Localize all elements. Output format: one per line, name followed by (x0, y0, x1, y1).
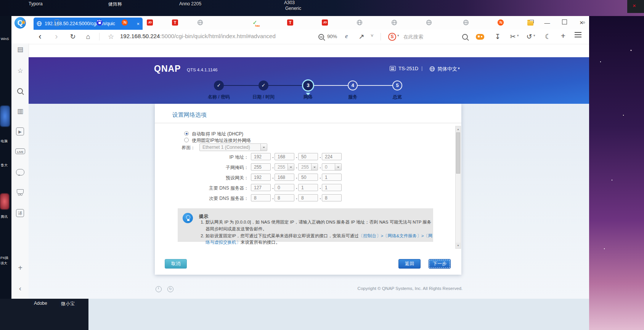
star-icon: ★ (21, 19, 27, 26)
menu-icon[interactable] (575, 34, 581, 35)
octet-input[interactable]: 1 (298, 184, 318, 191)
bookmarks-overflow-icon[interactable]: » (582, 19, 585, 25)
ie-mode-icon[interactable]: e (345, 32, 348, 40)
collapse-sidebar-icon[interactable]: ‹ (16, 284, 25, 293)
desktop-icon-label[interactable]: Adobe (32, 300, 49, 306)
caret-down-icon[interactable]: ▾ (533, 34, 535, 37)
favorites-icon[interactable]: ☆ (16, 66, 25, 76)
scrollbar-thumb[interactable] (456, 132, 460, 174)
octet-select[interactable]: 255 (275, 163, 294, 171)
add-sidebar-icon[interactable]: + (16, 263, 25, 272)
add-icon[interactable]: + (558, 31, 568, 41)
desktop-icon-label[interactable]: 微小宝 (59, 300, 77, 307)
minimize-button[interactable]: — (543, 19, 551, 27)
translate-icon[interactable]: 译 (16, 209, 24, 217)
url-host: 192.168.50.224 (120, 33, 160, 39)
cart-icon[interactable] (16, 188, 25, 197)
feed-icon[interactable]: ▤ (16, 45, 25, 54)
restart-icon[interactable]: ↻ (167, 286, 173, 292)
interface-select[interactable]: Ethernet 1 (Connected) (199, 143, 267, 151)
caret-down-icon[interactable]: ▾ (458, 66, 460, 70)
jd-favicon: JD (322, 19, 328, 26)
octet-input[interactable]: 255 (251, 163, 271, 171)
octet-input[interactable]: 50 (298, 153, 318, 160)
octet-input[interactable]: 168 (275, 174, 294, 181)
desktop-icon-label: PX插 (0, 256, 8, 261)
caret-down-icon[interactable]: ▾ (517, 34, 519, 37)
desktop-icon-label[interactable]: Typora (29, 1, 43, 6)
screenshot-scissors-icon[interactable]: ✂ (508, 32, 518, 42)
home-icon[interactable]: ⌂ (83, 32, 93, 42)
search-icon[interactable] (462, 34, 468, 40)
search-box-placeholder[interactable]: 在此搜索 (403, 34, 423, 40)
dhcp-radio-label[interactable]: 自动取得 IP 地址 (DHCP) (192, 131, 243, 137)
static-ip-radio-label[interactable]: 使用固定IP地址连接对外网络 (192, 137, 251, 144)
octet-input[interactable]: 192 (251, 153, 271, 160)
divider: | (421, 65, 422, 71)
share-icon[interactable]: ↗ (357, 32, 366, 42)
dhcp-radio[interactable] (184, 131, 189, 136)
reload-icon[interactable]: ↻ (68, 32, 78, 42)
scroll-down-button[interactable]: ▼ (456, 243, 461, 248)
address-bar[interactable]: 192.168.50.224:5000/cgi-bin/quick/html/i… (120, 33, 311, 39)
octet-select[interactable]: 255 (298, 163, 318, 171)
bookmark-star-icon[interactable]: ☆ (106, 32, 116, 42)
octet-input[interactable]: 127 (251, 184, 271, 191)
tip-item: 默认网关 IP 为 [0.0.0.0]，如 NAS 使用固定 IP，请输入正确的… (206, 219, 434, 233)
back-button[interactable]: 返回 (398, 259, 421, 269)
dot-separator: . (295, 185, 298, 190)
zoom-out-icon[interactable] (318, 34, 324, 40)
caret-down-icon[interactable]: ▾ (397, 34, 399, 37)
hao123-favicon: ✓hao (252, 19, 259, 26)
step-5-circle: 5 (392, 80, 402, 90)
octet-input[interactable]: 224 (322, 153, 342, 160)
folder-icon (527, 21, 533, 26)
tip-item: 如欲设置固定IP，您可通过下拉式菜单来选择欲立即设置的接口，安装后可通过〔控制台… (206, 233, 434, 246)
octet-input[interactable]: 8 (322, 194, 342, 201)
messages-icon[interactable] (16, 168, 25, 177)
forward-icon[interactable]: › (51, 32, 61, 42)
octet-input[interactable]: 8 (251, 194, 271, 201)
desktop-icon-label: 鲁大 (1, 163, 8, 168)
desktop-icon-label: 强大 (0, 261, 7, 266)
live-icon[interactable]: LIVE (15, 148, 25, 154)
cancel-button[interactable]: 取消 (165, 259, 187, 269)
scroll-up-button[interactable]: ▲ (456, 126, 461, 132)
desktop-icon-label[interactable]: 健阵释 (108, 1, 122, 8)
undo-icon[interactable]: ↺ (524, 32, 534, 42)
sogou-search-icon[interactable]: S (388, 33, 396, 41)
next-button[interactable]: 下一步 (429, 259, 451, 269)
zoom-level[interactable]: 90% (327, 34, 337, 39)
download-icon[interactable]: ↧ (493, 32, 503, 42)
octet-input[interactable]: 1 (322, 184, 342, 191)
desktop-icon[interactable] (0, 106, 10, 127)
game-center-icon[interactable] (476, 34, 484, 40)
static-ip-radio[interactable] (184, 138, 189, 142)
octet-input[interactable]: 0 (275, 184, 294, 191)
desktop-icon[interactable] (0, 193, 9, 209)
night-mode-icon[interactable]: ☾ (543, 32, 553, 42)
octet-input[interactable]: 50 (298, 174, 318, 181)
octet-input[interactable]: 192 (251, 174, 271, 181)
video-icon[interactable]: ▶ (16, 127, 24, 135)
language-selector[interactable]: 简体中文 (437, 66, 457, 72)
power-icon[interactable] (156, 286, 162, 292)
desktop-icon-label[interactable]: A303 (284, 0, 295, 5)
octet-select[interactable]: 0 (322, 163, 342, 171)
maximize-button[interactable] (560, 18, 569, 27)
desktop-icon-label: 腾讯 (1, 214, 8, 219)
octet-input[interactable]: 1 (322, 174, 342, 181)
chevron-down-icon[interactable]: ˅ (371, 33, 374, 39)
close-icon[interactable]: × (633, 2, 636, 9)
back-icon[interactable]: ‹ (35, 32, 45, 42)
desktop-icon-label[interactable]: Anno 2205 (179, 1, 201, 6)
step-connector (313, 85, 348, 86)
octet-input[interactable]: 8 (275, 194, 294, 201)
scrollbar[interactable]: ▲ ▼ (455, 126, 461, 249)
tab-close-icon[interactable]: × (137, 21, 140, 27)
octet-input[interactable]: 168 (275, 153, 294, 160)
search-icon[interactable] (16, 87, 25, 96)
octet-input[interactable]: 8 (298, 194, 318, 201)
desktop-icon-label[interactable]: Generic (285, 6, 301, 11)
reading-icon[interactable]: ▥ (16, 107, 25, 116)
